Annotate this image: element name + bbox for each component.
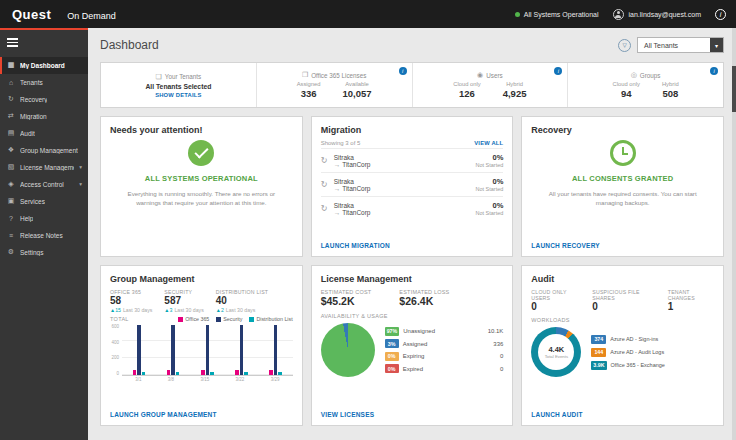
migration-project-row[interactable]: ↻ Sitraka →TitanCorp 0% Not Started	[321, 196, 504, 220]
legend-label: Office 365 - Exchange	[611, 362, 665, 368]
migration-source: Sitraka	[334, 202, 476, 209]
nav-label: Settings	[20, 249, 44, 256]
sidebar-item-settings[interactable]: ⚙ Settings	[0, 244, 88, 261]
show-details-link[interactable]: SHOW DETAILS	[155, 92, 201, 98]
quest-logo[interactable]: Quest	[12, 7, 51, 22]
legend-label: Assigned	[403, 341, 490, 347]
attention-card: Needs your attention! ALL SYSTEMS OPERAT…	[100, 116, 303, 257]
arrow-right-icon: →	[334, 185, 341, 192]
migration-source: Sitraka	[334, 178, 476, 185]
stat-value: 126	[453, 88, 480, 99]
x-axis: 3/1 3/8 3/15 3/22 3/29	[122, 377, 293, 382]
migration-showing: Showing 3 of 5	[321, 140, 361, 146]
launch-migration-link[interactable]: LAUNCH MIGRATION	[321, 242, 390, 249]
legend-chip	[178, 317, 183, 322]
launch-audit-link[interactable]: LAUNCH AUDIT	[531, 411, 582, 418]
info-icon[interactable]: i	[399, 67, 407, 75]
sidebar-item-help[interactable]: ? Help	[0, 210, 88, 227]
availability-usage-label: AVAILABILITY & USAGE	[321, 313, 504, 319]
legend-label: Azure AD - Sign-ins	[610, 336, 658, 342]
view-all-link[interactable]: VIEW ALL	[474, 140, 503, 146]
legend-label: Expiring	[403, 353, 496, 359]
user-email: ian.lindsay@quest.com	[629, 11, 701, 18]
group-management-icon: ❖	[7, 146, 15, 154]
filter-icon[interactable]: ▽	[618, 39, 631, 52]
info-icon[interactable]: i	[715, 9, 726, 20]
settings-icon: ⚙	[7, 248, 15, 256]
tenant-filter-select[interactable]: All Tenants ▾	[637, 37, 724, 53]
migration-icon: ⇄	[7, 112, 15, 120]
donut-center-label: Total Events	[545, 354, 568, 359]
nav-label: Release Notes	[20, 232, 63, 239]
arrow-right-icon: →	[334, 209, 341, 216]
group-bar-plot	[122, 324, 293, 376]
total-label: TOTAL	[110, 316, 129, 322]
migration-project-row[interactable]: ↻ Sitraka →TitanCorp 0% Not Started	[321, 172, 504, 196]
stat-label: Available	[343, 81, 372, 87]
audit-card: Audit CLOUD ONLY USERS 0 SUSPICIOUS FILE…	[521, 265, 724, 426]
sidebar-item-access-control[interactable]: ◈ Access Control ▾	[0, 176, 88, 193]
services-icon: ▣	[7, 197, 15, 205]
license-management-icon: ▧	[7, 163, 15, 171]
legend-label: Office 365	[185, 316, 209, 322]
scrollbar[interactable]	[732, 28, 736, 440]
nav-label: Access Control	[20, 181, 64, 188]
license-management-card: License Management ESTIMATED COST $45.2K…	[311, 265, 514, 426]
scrollbar-thumb[interactable]	[732, 66, 736, 112]
sidebar: ▦ My Dashboard ⌂ Tenants ↻ Recovery ⇄ Mi…	[0, 28, 88, 440]
migration-source: Sitraka	[334, 154, 476, 161]
sidebar-item-group-management[interactable]: ❖ Group Management	[0, 142, 88, 159]
group-bar-chart: 600 400 200 0	[110, 324, 293, 376]
estimated-cost-value: $45.2K	[321, 295, 372, 307]
sidebar-item-services[interactable]: ▣ Services	[0, 193, 88, 210]
card-title: License Management	[321, 274, 504, 284]
migration-target: TitanCorp	[342, 161, 370, 168]
stat-groups: i ◎ Groups Cloud only 94 Hybrid 508	[568, 63, 723, 107]
card-title: Migration	[321, 125, 504, 135]
users-icon: ◉	[477, 71, 483, 79]
stat-users: i ◉ Users Cloud only 126 Hybrid 4,925	[413, 63, 569, 107]
audit-legend: 374 Azure AD - Sign-ins 144 Azure AD - A…	[591, 335, 714, 370]
status-text: All Systems Operational	[524, 11, 599, 18]
sidebar-item-audit[interactable]: ▤ Audit	[0, 125, 88, 142]
topbar: Quest On Demand All Systems Operational …	[0, 0, 736, 28]
estimated-loss-value: $26.4K	[399, 295, 449, 307]
launch-recovery-link[interactable]: LAUNCH RECOVERY	[531, 242, 600, 249]
nav-label: License Management	[20, 164, 74, 171]
migration-project-row[interactable]: ↻ Sitraka →TitanCorp 0% Not Started	[321, 148, 504, 172]
menu-icon[interactable]	[7, 38, 18, 47]
sidebar-item-release-notes[interactable]: ≡ Release Notes	[0, 227, 88, 244]
audit-stat-value: 0	[531, 301, 582, 313]
summary-stats-bar: ❏ Your Tenants All Tenants Selected SHOW…	[100, 62, 724, 108]
card-title: Needs your attention!	[110, 125, 293, 135]
audit-icon: ▤	[7, 129, 15, 137]
migration-percent: 0%	[476, 177, 504, 186]
recovery-description: All your tenants have required consents.…	[531, 189, 714, 208]
sidebar-item-migration[interactable]: ⇄ Migration	[0, 108, 88, 125]
chevron-down-icon[interactable]: ▾	[710, 38, 723, 52]
stat-value: 4,925	[503, 88, 527, 99]
legend-badge: 374	[591, 335, 606, 344]
nav-label: Group Management	[20, 147, 78, 154]
launch-group-management-link[interactable]: LAUNCH GROUP MANAGEMENT	[110, 411, 217, 418]
sidebar-item-recovery[interactable]: ↻ Recovery	[0, 91, 88, 108]
product-name: On Demand	[67, 11, 116, 21]
stat-value: 336	[297, 88, 321, 99]
info-icon[interactable]: i	[710, 67, 718, 75]
legend-badge: 0%	[385, 352, 399, 361]
stat-title-text: Office 365 Licenses	[311, 72, 366, 79]
info-icon[interactable]: i	[554, 67, 562, 75]
stat-title-text: Groups	[640, 72, 661, 79]
nav-label: Tenants	[20, 79, 43, 86]
migration-status: Not Started	[476, 210, 504, 216]
card-title: Recovery	[531, 125, 714, 135]
gm-stat-delta: 2	[221, 307, 224, 313]
sidebar-item-license-management[interactable]: ▧ License Management ▾	[0, 159, 88, 176]
view-licenses-link[interactable]: VIEW LICENSES	[321, 411, 375, 418]
sidebar-item-tenants[interactable]: ⌂ Tenants	[0, 74, 88, 91]
system-status[interactable]: All Systems Operational	[515, 11, 599, 18]
legend-label: Unassigned	[403, 328, 483, 334]
sidebar-item-my-dashboard[interactable]: ▦ My Dashboard	[0, 57, 88, 74]
legend-badge: 0%	[385, 364, 399, 373]
user-menu[interactable]: ian.lindsay@quest.com	[613, 9, 701, 20]
